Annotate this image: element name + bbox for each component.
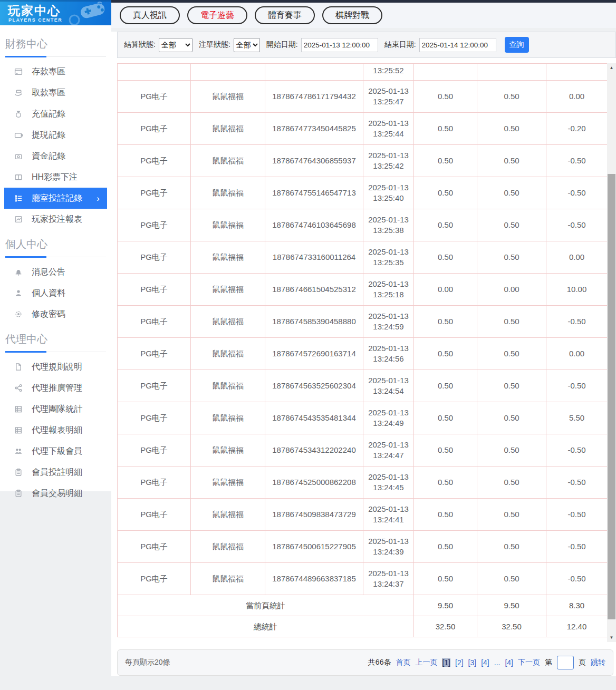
cell-order-number: 1878674525000862208 xyxy=(265,467,363,499)
cell-bet-time: 2025-01-1313:24:41 xyxy=(363,499,414,531)
bet-date: 2025-01-13 xyxy=(364,343,412,354)
end-date-label: 結束日期: xyxy=(384,40,416,50)
query-button[interactable]: 查詢 xyxy=(505,37,529,53)
summary-label: 總統計 xyxy=(118,616,414,637)
cell-valid-bet: 0.50 xyxy=(477,81,546,113)
jump-page-input[interactable] xyxy=(557,656,574,669)
sidebar-item-player-bet-report[interactable]: 玩家投注報表 xyxy=(4,209,107,230)
tab-live-video[interactable]: 真人視訊 xyxy=(120,6,180,24)
next-page-link[interactable]: 下一页 xyxy=(518,658,540,667)
bet-time: 13:24:47 xyxy=(364,450,412,461)
cell-platform: PG电子 xyxy=(118,241,191,274)
cell-valid-bet: 0.50 xyxy=(477,402,546,434)
cell-bet-amount: 0.50 xyxy=(414,531,477,563)
sidebar-item-hh-lottery-bets[interactable]: HH彩票下注 xyxy=(4,167,107,188)
sidebar-item-withdraw-zone[interactable]: 取款專區 xyxy=(4,82,107,103)
main-content: 真人視訊電子遊藝體育賽事棋牌對戰 結算狀態: 全部 注單狀態: 全部 開始日期:… xyxy=(111,0,616,690)
chevron-right-icon: › xyxy=(97,194,107,203)
page-link-6[interactable]: [4] xyxy=(505,658,513,667)
sidebar-item-agent-report-detail[interactable]: 代理報表明細 xyxy=(4,420,107,441)
tab-sports-events[interactable]: 體育賽事 xyxy=(255,6,315,24)
table-row: PG电子鼠鼠福福18786745726901637142025-01-1313:… xyxy=(118,338,608,370)
sidebar-section-list: 消息公告個人資料修改密碼 xyxy=(0,261,111,325)
sidebar-item-withdrawal-records[interactable]: 提現記錄 xyxy=(4,124,107,145)
sidebar-item-label: 會員交易明細 xyxy=(32,488,82,499)
sidebar-item-recharge-records[interactable]: 充值記錄 xyxy=(4,103,107,124)
jump-action-link[interactable]: 跳转 xyxy=(591,658,605,667)
cell-platform: PG电子 xyxy=(118,563,191,595)
page-link-1[interactable]: [1] xyxy=(442,658,450,667)
sidebar-item-agent-team-stats[interactable]: 代理團隊統計 xyxy=(4,399,107,420)
cell-game-name: 鼠鼠福福 xyxy=(191,113,265,145)
sidebar-item-member-transaction-detail[interactable]: 會員交易明細 xyxy=(4,483,107,504)
sidebar-item-agent-rules[interactable]: 代理規則說明 xyxy=(4,356,107,377)
cell-game-name: 鼠鼠福福 xyxy=(191,563,265,595)
bet-date: 2025-01-13 xyxy=(364,568,412,579)
page-link-4[interactable]: [4] xyxy=(481,658,489,667)
pagination-bar: 每頁顯示20條 共66条 首页 上一页 [1][2][3][4]...[4] 下… xyxy=(117,649,613,676)
cell-order-number: 1878674509838473729 xyxy=(265,499,363,531)
sidebar-item-room-bet-records[interactable]: 廳室投註記錄› xyxy=(4,188,107,209)
page-link-2[interactable]: [2] xyxy=(455,658,464,667)
cell-win-loss: 0.00 xyxy=(546,81,608,113)
tab-electronic-games[interactable]: 電子遊藝 xyxy=(187,6,247,24)
order-status-select[interactable]: 全部 xyxy=(234,38,260,52)
start-date-input[interactable] xyxy=(301,38,378,52)
cell-order-number: 1878674746103645698 xyxy=(265,209,363,241)
prev-page-link[interactable]: 上一页 xyxy=(415,658,437,667)
sidebar-item-profile[interactable]: 個人資料 xyxy=(4,283,107,304)
cell-bet-time: 2025-01-1313:24:39 xyxy=(363,531,414,563)
sidebar-item-agent-sub-members[interactable]: 代理下級會員 xyxy=(4,441,107,462)
document-icon xyxy=(14,363,23,371)
summary-label: 當前頁統計 xyxy=(118,595,414,616)
sidebar-item-agent-promotion[interactable]: 代理推廣管理 xyxy=(4,377,107,399)
settle-status-select[interactable]: 全部 xyxy=(159,38,192,52)
settle-status-label: 結算狀態: xyxy=(124,40,156,50)
lottery-bet-icon xyxy=(14,173,23,181)
records-card: 結算狀態: 全部 注單狀態: 全部 開始日期: 結束日期: 查詢 13:25:5… xyxy=(111,32,616,676)
cell-order-number: 1878674585390458880 xyxy=(265,306,363,338)
sidebar-section-header: 財務中心 xyxy=(5,32,106,57)
sidebar-item-change-password[interactable]: 修改密碼 xyxy=(4,304,107,325)
cell-bet-amount: 0.50 xyxy=(414,306,477,338)
cell-empty xyxy=(265,64,363,81)
bet-date: 2025-01-13 xyxy=(364,536,412,547)
cell-platform: PG电子 xyxy=(118,306,191,338)
sidebar: 玩家中心 PLAYERS CENTER 財務中心存款專區取款專區充值記錄提現記錄… xyxy=(0,0,111,491)
funds-record-icon xyxy=(14,152,23,160)
sidebar-item-member-bet-detail[interactable]: 會員投註明細 xyxy=(4,462,107,483)
cell-win-loss: 0.00 xyxy=(546,241,608,274)
sidebar-item-announcements[interactable]: 消息公告 xyxy=(4,261,107,283)
bet-time: 13:25:40 xyxy=(364,193,412,203)
cell-valid-bet: 0.50 xyxy=(477,145,546,177)
cell-game-name: 鼠鼠福福 xyxy=(191,370,265,402)
scrollbar-up-arrow-icon[interactable]: ▲ xyxy=(607,63,616,72)
members-icon xyxy=(14,447,23,455)
cell-bet-time: 2025-01-1313:24:37 xyxy=(363,563,414,595)
scrollbar-thumb[interactable] xyxy=(608,174,615,619)
cell-bet-time: 2025-01-1313:25:40 xyxy=(363,177,414,209)
sidebar-item-label: 代理推廣管理 xyxy=(32,383,82,394)
summary-valid-bet: 9.50 xyxy=(477,595,546,616)
scrollbar-down-arrow-icon[interactable]: ▼ xyxy=(607,633,616,642)
bet-date: 2025-01-13 xyxy=(364,279,412,289)
cell-order-number: 1878674764306855937 xyxy=(265,145,363,177)
cell-platform: PG电子 xyxy=(118,531,191,563)
page-link-5[interactable]: ... xyxy=(494,658,500,667)
bet-date: 2025-01-13 xyxy=(364,407,412,418)
cell-game-name: 鼠鼠福福 xyxy=(191,338,265,370)
bet-time: 13:24:41 xyxy=(364,514,412,525)
table-summary-row: 總統計32.5032.5012.40 xyxy=(118,616,608,637)
cell-bet-amount: 0.50 xyxy=(414,499,477,531)
gamepad-icon xyxy=(65,1,108,25)
tab-board-card-games[interactable]: 棋牌對戰 xyxy=(322,6,382,24)
sidebar-item-fund-records[interactable]: 資金記錄 xyxy=(4,145,107,167)
cell-valid-bet: 0.50 xyxy=(477,113,546,145)
gear-icon xyxy=(14,310,23,318)
page-link-3[interactable]: [3] xyxy=(468,658,477,667)
end-date-input[interactable] xyxy=(419,38,496,52)
first-page-link[interactable]: 首页 xyxy=(396,658,410,667)
clipboard-icon xyxy=(14,489,23,498)
cell-game-name: 鼠鼠福福 xyxy=(191,402,265,434)
sidebar-item-deposit-zone[interactable]: 存款專區 xyxy=(4,61,107,82)
